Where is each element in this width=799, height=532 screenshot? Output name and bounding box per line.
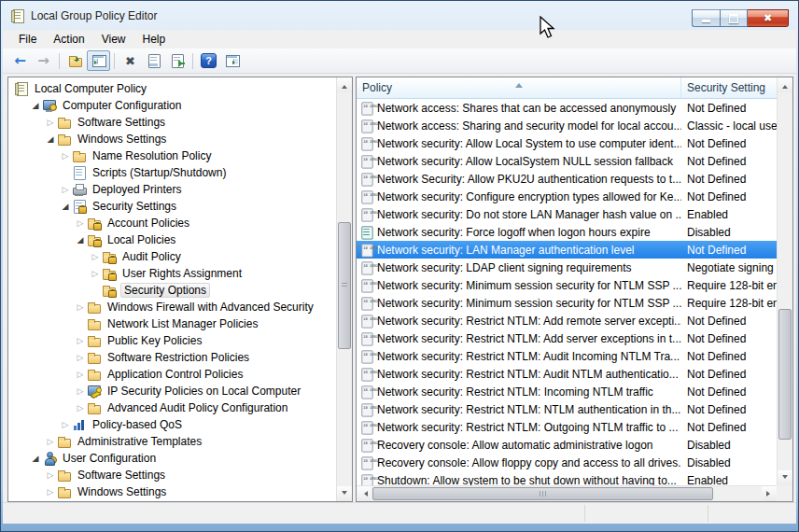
tree-item-user-configuration[interactable]: ◢User Configuration — [8, 450, 336, 467]
tree-item-software-settings[interactable]: ▷Software Settings — [8, 467, 336, 483]
policy-row-network-security-allow-local-system-to-u[interactable]: Network security: Allow Local System to … — [357, 134, 777, 152]
policy-row-network-security-restrict-ntlm-add-remot[interactable]: Network security: Restrict NTLM: Add rem… — [357, 312, 777, 329]
expand-icon[interactable]: ▷ — [74, 403, 87, 413]
list-horizontal-thumb[interactable] — [372, 487, 713, 500]
tree-item-public-key-policies[interactable]: ▷Public Key Policies — [8, 332, 336, 349]
policy-row-network-access-shares-that-can-be-access[interactable]: Network access: Shares that can be acces… — [357, 99, 777, 117]
properties-button[interactable] — [142, 50, 165, 71]
window-title-bar[interactable]: Local Group Policy Editor ✖ — [1, 1, 798, 30]
collapse-icon[interactable]: ◢ — [29, 454, 42, 463]
expand-icon[interactable]: ▷ — [44, 437, 57, 446]
policy-row-network-security-restrict-ntlm-ntlm-auth[interactable]: Network security: Restrict NTLM: NTLM au… — [357, 400, 777, 418]
expand-icon[interactable]: ▷ — [44, 118, 57, 127]
tree-item-windows-settings[interactable]: ▷Windows Settings — [8, 483, 336, 500]
policy-row-network-security-ldap-client-signing-req[interactable]: Network security: LDAP client signing re… — [357, 259, 777, 276]
tree-item-windows-firewall-with-advanced-security[interactable]: ▷Windows Firewall with Advanced Security — [8, 299, 336, 315]
expand-icon[interactable]: ▷ — [89, 252, 102, 261]
policy-row-network-security-restrict-ntlm-incoming-[interactable]: Network security: Restrict NTLM: Incomin… — [357, 383, 777, 400]
policy-row-network-security-lan-manager-authenticat[interactable]: Network security: LAN Manager authentica… — [357, 241, 777, 259]
menu-help[interactable]: Help — [134, 31, 175, 48]
policy-row-network-security-restrict-ntlm-audit-inc[interactable]: Network security: Restrict NTLM: Audit I… — [357, 347, 777, 365]
tree-item-administrative-templates[interactable]: ▷Administrative Templates — [8, 500, 336, 501]
tree-item-network-list-manager-policies[interactable]: Network List Manager Policies — [8, 315, 336, 332]
list-horizontal-scrollbar[interactable] — [357, 485, 777, 501]
tree-item-software-restriction-policies[interactable]: ▷Software Restriction Policies — [8, 349, 336, 366]
policy-row-network-security-restrict-ntlm-outgoing-[interactable]: Network security: Restrict NTLM: Outgoin… — [357, 418, 777, 436]
expand-icon[interactable]: ▷ — [74, 302, 87, 312]
export-list-button[interactable] — [165, 50, 189, 71]
show-action-pane-button[interactable] — [220, 50, 244, 71]
list-scrollbar-thumb[interactable] — [778, 309, 792, 440]
help-button[interactable]: ? — [197, 50, 220, 71]
policy-row-network-security-configure-encryption-ty[interactable]: Network security: Configure encryption t… — [357, 188, 777, 205]
tree-scroll-down-button[interactable] — [337, 486, 352, 501]
expand-icon[interactable]: ▷ — [74, 353, 87, 362]
tree-item-local-policies[interactable]: ◢Local Policies — [8, 231, 336, 248]
expand-icon[interactable]: ▷ — [44, 487, 57, 497]
list-scroll-right-button[interactable] — [762, 486, 777, 501]
tree-item-administrative-templates[interactable]: ▷Administrative Templates — [8, 433, 336, 450]
tree-item-ip-security-policies-on-local-computer[interactable]: ▷IP Security Policies on Local Computer — [8, 383, 336, 399]
tree-item-software-settings[interactable]: ▷Software Settings — [8, 114, 336, 131]
forward-button[interactable]: → — [32, 50, 55, 71]
tree-item-application-control-policies[interactable]: ▷Application Control Policies — [8, 366, 336, 383]
policy-row-network-security-minimum-session-securit[interactable]: Network security: Minimum session securi… — [357, 294, 777, 312]
menu-file[interactable]: File — [10, 31, 45, 48]
tree-scroll-up-button[interactable] — [337, 77, 352, 92]
collapse-icon[interactable]: ◢ — [44, 134, 57, 144]
tree-item-policy-based-qos[interactable]: ▷Policy-based QoS — [8, 416, 336, 433]
policy-row-recovery-console-allow-floppy-copy-and-a[interactable]: Recovery console: Allow floppy copy and … — [357, 454, 777, 471]
tree-item-security-settings[interactable]: ◢Security Settings — [8, 198, 336, 215]
expand-icon[interactable]: ▷ — [44, 470, 57, 480]
expand-icon[interactable]: ▷ — [74, 386, 87, 396]
show-console-tree-button[interactable] — [87, 50, 110, 71]
tree-item-account-policies[interactable]: ▷Account Policies — [8, 215, 336, 231]
expand-icon[interactable]: ▷ — [74, 218, 87, 228]
policy-row-network-security-allow-localsystem-null-[interactable]: Network security: Allow LocalSystem NULL… — [357, 152, 777, 170]
tree-item-user-rights-assignment[interactable]: ▷User Rights Assignment — [8, 265, 336, 282]
tree-item-windows-settings[interactable]: ◢Windows Settings — [8, 131, 336, 147]
list-scroll-left-button[interactable] — [357, 486, 371, 501]
policy-row-network-security-restrict-ntlm-audit-ntl[interactable]: Network security: Restrict NTLM: Audit N… — [357, 365, 777, 383]
list-scroll-up-button[interactable] — [778, 77, 792, 92]
restore-button[interactable] — [720, 9, 748, 27]
policy-row-network-security-minimum-session-securit[interactable]: Network security: Minimum session securi… — [357, 276, 777, 294]
tree-item-deployed-printers[interactable]: ▷Deployed Printers — [8, 181, 336, 198]
back-button[interactable]: ← — [8, 50, 32, 71]
list-scroll-down-button[interactable] — [778, 470, 792, 485]
policy-row-network-security-do-not-store-lan-manage[interactable]: Network security: Do not store LAN Manag… — [357, 205, 777, 223]
policy-row-recovery-console-allow-automatic-adminis[interactable]: Recovery console: Allow automatic admini… — [357, 436, 777, 454]
expand-icon[interactable]: ▷ — [74, 370, 87, 379]
delete-button[interactable]: ✖ — [119, 50, 142, 71]
column-header-policy[interactable]: Policy — [357, 77, 681, 98]
policy-row-network-security-force-logoff-when-logon[interactable]: Network security: Force logoff when logo… — [357, 223, 777, 241]
tree-item-audit-policy[interactable]: ▷Audit Policy — [8, 248, 336, 265]
policy-row-shutdown-allow-system-to-be-shut-down-wi[interactable]: Shutdown: Allow system to be shut down w… — [357, 471, 777, 485]
tree-vertical-scrollbar[interactable] — [336, 77, 352, 501]
tree-item-security-options[interactable]: Security Options — [8, 282, 336, 299]
policy-row-network-access-sharing-and-security-mode[interactable]: Network access: Sharing and security mod… — [357, 117, 777, 134]
tree-scrollbar-thumb[interactable] — [338, 222, 351, 349]
expand-icon[interactable]: ▷ — [59, 185, 72, 194]
tree-item-name-resolution-policy[interactable]: ▷Name Resolution Policy — [8, 147, 336, 164]
expand-icon[interactable]: ▷ — [59, 151, 72, 161]
menu-view[interactable]: View — [93, 31, 134, 48]
tree-item-scripts-startup-shutdown[interactable]: Scripts (Startup/Shutdown) — [8, 164, 336, 181]
column-header-security-setting[interactable]: Security Setting — [681, 77, 777, 98]
close-button[interactable]: ✖ — [748, 9, 789, 27]
tree-item-advanced-audit-policy-configuration[interactable]: ▷Advanced Audit Policy Configuration — [8, 399, 336, 416]
collapse-icon[interactable]: ◢ — [29, 101, 42, 110]
up-one-level-button[interactable] — [63, 50, 87, 71]
tree-item-local-computer-policy[interactable]: Local Computer Policy — [8, 80, 336, 97]
expand-icon[interactable]: ▷ — [74, 336, 87, 345]
expand-icon[interactable]: ▷ — [89, 269, 102, 278]
policy-row-network-security-allow-pku2u-authenticat[interactable]: Network Security: Allow PKU2U authentica… — [357, 170, 777, 188]
tree-item-computer-configuration[interactable]: ◢Computer Configuration — [8, 97, 336, 114]
list-vertical-scrollbar[interactable] — [777, 77, 792, 485]
menu-action[interactable]: Action — [45, 31, 92, 48]
expand-icon[interactable]: ▷ — [59, 420, 72, 429]
collapse-icon[interactable]: ◢ — [59, 202, 72, 211]
minimize-button[interactable] — [692, 9, 720, 27]
collapse-icon[interactable]: ◢ — [74, 235, 87, 245]
policy-row-network-security-restrict-ntlm-add-serve[interactable]: Network security: Restrict NTLM: Add ser… — [357, 329, 777, 347]
